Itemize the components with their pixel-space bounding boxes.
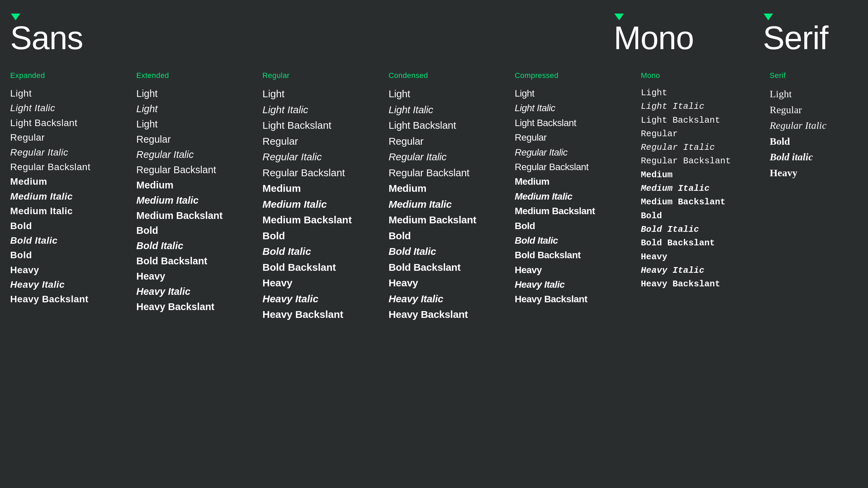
font-entry: Bold Italic	[136, 238, 256, 253]
font-entry: Medium Italic	[10, 204, 130, 218]
font-entry: Light Italic	[389, 102, 508, 118]
font-entry: Regular Italic	[136, 147, 256, 162]
font-entry: Regular	[389, 134, 508, 149]
mono-column: MonoLightLight ItalicLight BackslantRegu…	[641, 71, 756, 323]
font-entry: Light Backslant	[10, 116, 130, 130]
font-entry: Heavy	[770, 165, 858, 181]
font-entry: Regular Italic	[515, 145, 634, 160]
font-entry: Regular Backslant	[10, 160, 130, 174]
font-entry: Bold Backslant	[136, 253, 256, 269]
font-entry: Heavy Italic	[10, 277, 130, 292]
font-entry: Bold Italic	[389, 244, 508, 260]
column-label-extended: Extended	[136, 71, 256, 80]
font-entry: Light	[136, 86, 256, 101]
font-entry: Regular Backslant	[389, 165, 508, 181]
mono-triangle	[614, 14, 624, 20]
font-entry: Light Backslant	[389, 118, 508, 134]
font-entry: Medium Italic	[10, 189, 130, 204]
font-entry: Medium Backslant	[641, 195, 756, 209]
font-entry: Medium Backslant	[262, 212, 382, 228]
font-entry: Regular	[262, 134, 382, 149]
font-entry: Heavy Backslant	[262, 307, 382, 323]
font-entry: Light Italic	[10, 101, 130, 115]
sans-section-header: Sans	[10, 14, 614, 54]
font-entry: Regular Italic	[641, 141, 756, 154]
font-entry: Regular	[515, 130, 634, 145]
font-entry: Bold	[389, 228, 508, 244]
column-label-mono: Mono	[641, 71, 756, 80]
font-entry: Heavy Italic	[262, 291, 382, 307]
font-entry: Medium	[389, 181, 508, 197]
font-entry: Heavy Italic	[641, 264, 756, 277]
font-entry: Regular	[10, 130, 130, 145]
font-entry: Light	[515, 86, 634, 101]
font-entry: Medium	[515, 174, 634, 189]
font-entry: Bold	[262, 228, 382, 244]
font-entry: Light Italic	[641, 100, 756, 113]
font-entry: Heavy	[515, 263, 634, 277]
font-entry: Bold	[641, 209, 756, 223]
font-entry: Bold	[10, 219, 130, 233]
font-entry: Light Italic	[515, 101, 634, 115]
header-row: Sans Mono Serif	[10, 14, 858, 54]
font-entry: Heavy Backslant	[389, 307, 508, 323]
font-entry: Regular	[641, 127, 756, 141]
sans-column-compressed: CompressedLightLight ItalicLight Backsla…	[515, 71, 641, 323]
main-content: ExpandedLightLight ItalicLight Backslant…	[10, 71, 858, 323]
serif-column: SerifLightRegularRegular ItalicBoldBold …	[770, 71, 858, 323]
font-entry: Regular	[136, 132, 256, 147]
font-entry: Medium Backslant	[389, 212, 508, 228]
font-entry: Regular	[770, 102, 858, 118]
sans-column-condensed: CondensedLightLight ItalicLight Backslan…	[389, 71, 515, 323]
font-entry: Regular Italic	[10, 145, 130, 160]
font-entry: Light	[389, 86, 508, 102]
serif-section-header: Serif	[763, 14, 858, 54]
font-entry: Heavy Backslant	[136, 299, 256, 314]
page-container: Sans Mono Serif ExpandedLightLight Itali…	[10, 14, 858, 323]
font-entry: Light Italic	[262, 102, 382, 118]
font-entry: Medium	[262, 181, 382, 197]
font-entry: Medium Italic	[262, 197, 382, 212]
font-entry: Light	[136, 117, 256, 132]
font-entry: Light	[136, 101, 256, 117]
font-entry: Bold Backslant	[389, 260, 508, 276]
font-entry: Bold	[10, 248, 130, 262]
serif-title: Serif	[763, 22, 858, 54]
font-entry: Heavy	[641, 250, 756, 264]
serif-triangle	[764, 14, 773, 20]
font-entry: Bold Backslant	[262, 260, 382, 276]
font-entry: Medium Italic	[389, 197, 508, 212]
font-entry: Medium Italic	[641, 182, 756, 195]
sans-triangle	[11, 14, 20, 20]
column-label-expanded: Expanded	[10, 71, 130, 80]
font-entry: Heavy Backslant	[10, 292, 130, 306]
sans-column-expanded: ExpandedLightLight ItalicLight Backslant…	[10, 71, 136, 323]
font-entry: Regular Italic	[389, 149, 508, 165]
font-entry: Regular Backslant	[515, 160, 634, 174]
font-entry: Heavy	[389, 275, 508, 291]
font-entry: Heavy	[10, 263, 130, 277]
font-entry: Light	[262, 86, 382, 102]
font-entry: Heavy Italic	[389, 291, 508, 307]
mono-section-header: Mono	[614, 14, 736, 54]
column-label-compressed: Compressed	[515, 71, 634, 80]
font-entry: Light Backslant	[641, 114, 756, 127]
font-entry: Medium Italic	[515, 189, 634, 204]
font-entry: Medium Backslant	[136, 208, 256, 223]
font-entry: Heavy Italic	[515, 277, 634, 292]
font-entry: Heavy Backslant	[641, 277, 756, 291]
font-entry: Regular Backslant	[641, 154, 756, 168]
font-entry: Medium	[10, 174, 130, 189]
font-entry: Bold Italic	[262, 244, 382, 260]
mono-title: Mono	[614, 22, 736, 54]
sans-columns: ExpandedLightLight ItalicLight Backslant…	[10, 71, 641, 323]
column-label-serif: Serif	[770, 71, 858, 80]
font-entry: Medium	[641, 168, 756, 182]
column-label-regular: Regular	[262, 71, 382, 80]
font-entry: Medium Italic	[136, 193, 256, 208]
right-area: MonoLightLight ItalicLight BackslantRegu…	[641, 71, 858, 323]
font-entry: Bold Italic	[515, 233, 634, 248]
font-entry: Medium Backslant	[515, 204, 634, 218]
font-entry: Light	[641, 86, 756, 100]
sans-column-regular: RegularLightLight ItalicLight BackslantR…	[262, 71, 389, 323]
